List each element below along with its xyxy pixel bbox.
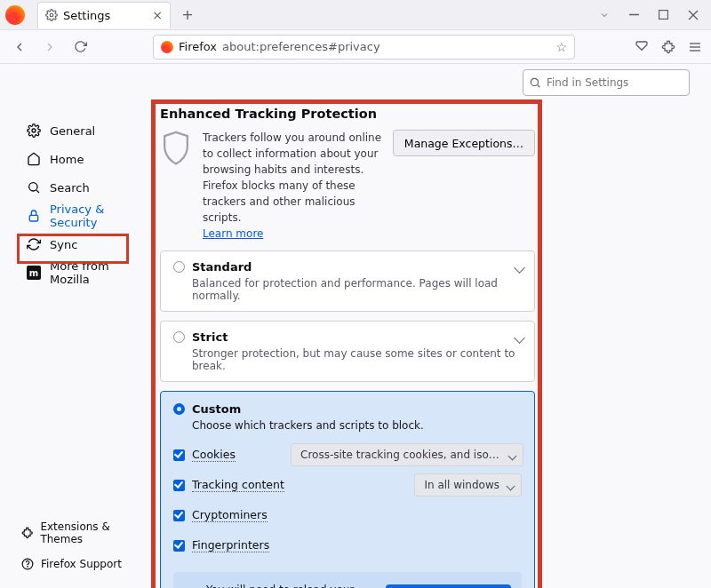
row-cryptominers: Cryptominers	[173, 508, 522, 522]
forward-button[interactable]	[39, 36, 60, 58]
firefox-logo	[5, 5, 25, 25]
manage-exceptions-button[interactable]: Manage Exceptions…	[393, 130, 535, 156]
settings-sidebar: General Home Search Privacy & Security S…	[0, 64, 160, 588]
svg-point-14	[531, 78, 538, 85]
sidebar-item-label: Sync	[50, 238, 77, 251]
label-tracking: Tracking content	[192, 478, 284, 492]
dropdown-tracking-value: In all windows	[424, 479, 499, 491]
sidebar-item-label: Home	[50, 153, 84, 166]
save-to-pocket-icon[interactable]	[635, 40, 649, 54]
svg-line-10	[36, 190, 39, 193]
checkbox-cryptominers[interactable]	[173, 510, 185, 521]
learn-more-link[interactable]: Learn more	[203, 227, 263, 240]
sidebar-item-search[interactable]: Search	[20, 174, 153, 201]
sidebar-item-general[interactable]: General	[20, 117, 153, 144]
find-in-settings-input[interactable]	[523, 69, 690, 96]
minimize-icon[interactable]	[629, 10, 639, 20]
checkbox-tracking[interactable]	[173, 480, 185, 491]
url-product: Firefox	[179, 40, 217, 53]
svg-point-9	[29, 183, 37, 191]
dropdown-cookies-value: Cross-site tracking cookies, and isolate…	[300, 449, 501, 461]
url-text: about:preferences#privacy	[222, 40, 380, 53]
checkbox-cookies[interactable]	[173, 449, 185, 461]
reload-banner: You will need to reload your tabs to app…	[173, 572, 522, 588]
radio-custom[interactable]	[173, 403, 185, 415]
dropdown-tracking[interactable]: In all windows	[414, 473, 522, 497]
option-title: Strict	[192, 330, 228, 344]
sidebar-footer-label: Extensions & Themes	[40, 520, 151, 545]
sidebar-item-label: Search	[50, 181, 90, 195]
sidebar-item-sync[interactable]: Sync	[20, 231, 153, 258]
sidebar-item-privacy[interactable]: Privacy & Security	[20, 203, 153, 229]
dropdown-cookies[interactable]: Cross-site tracking cookies, and isolate…	[291, 443, 523, 466]
svg-point-13	[28, 567, 28, 568]
sidebar-item-home[interactable]: Home	[20, 146, 153, 172]
home-icon	[27, 152, 41, 166]
bookmark-star-icon[interactable]: ☆	[555, 40, 567, 54]
gear-icon	[45, 9, 58, 21]
sidebar-support-link[interactable]: Firefox Support	[20, 554, 153, 574]
etp-description: Trackers follow you around online to col…	[203, 131, 381, 224]
sidebar-extensions-link[interactable]: Extensions & Themes	[20, 517, 153, 549]
sync-icon	[27, 237, 41, 251]
close-tab-icon[interactable]: ×	[152, 8, 163, 22]
search-icon	[529, 76, 541, 89]
option-standard[interactable]: Standard Balanced for protection and per…	[160, 250, 535, 312]
section-title: Enhanced Tracking Protection	[160, 107, 535, 121]
svg-rect-2	[659, 11, 668, 20]
row-fingerprinters: Fingerprinters	[173, 538, 522, 552]
option-desc: Stronger protection, but may cause some …	[192, 347, 522, 372]
checkbox-fingerprinters[interactable]	[173, 540, 185, 552]
sidebar-item-label: General	[50, 124, 95, 138]
gear-icon	[27, 123, 41, 138]
svg-point-8	[32, 129, 36, 132]
sidebar-footer-label: Firefox Support	[41, 558, 122, 570]
svg-point-0	[50, 13, 53, 17]
chevron-down-icon[interactable]	[599, 10, 610, 20]
tab-settings[interactable]: Settings ×	[37, 2, 171, 28]
extensions-icon[interactable]	[661, 40, 675, 54]
sidebar-item-label: Privacy & Security	[50, 203, 146, 229]
help-icon	[21, 558, 34, 570]
svg-line-15	[538, 85, 540, 88]
tab-title: Settings	[63, 9, 110, 22]
reload-button[interactable]	[69, 36, 91, 58]
firefox-icon	[161, 41, 173, 53]
lock-icon	[27, 209, 41, 223]
new-tab-button[interactable]: +	[176, 4, 199, 27]
option-title: Standard	[192, 260, 252, 274]
radio-strict[interactable]	[173, 331, 185, 343]
reload-all-tabs-button[interactable]: Reload All Tabs	[386, 584, 511, 588]
label-cryptominers: Cryptominers	[192, 508, 268, 522]
option-strict[interactable]: Strict Stronger protection, but may caus…	[160, 321, 535, 382]
sidebar-item-label: More from Mozilla	[50, 259, 146, 286]
option-title: Custom	[192, 402, 241, 416]
mozilla-icon: m	[27, 266, 41, 280]
sidebar-item-mozilla[interactable]: m More from Mozilla	[20, 259, 153, 286]
label-cookies: Cookies	[192, 448, 236, 462]
option-custom: Custom Choose which trackers and scripts…	[160, 391, 535, 588]
shield-icon	[160, 130, 192, 165]
search-icon	[27, 180, 41, 195]
back-button[interactable]	[9, 36, 30, 58]
menu-icon[interactable]	[688, 40, 702, 54]
radio-standard[interactable]	[173, 261, 185, 273]
url-bar[interactable]: Firefox about:preferences#privacy ☆	[153, 35, 575, 60]
puzzle-icon	[21, 527, 33, 539]
option-desc: Choose which trackers and scripts to blo…	[192, 419, 522, 432]
option-desc: Balanced for protection and performance.…	[192, 277, 522, 302]
close-window-icon[interactable]	[688, 10, 699, 20]
row-cookies: Cookies Cross-site tracking cookies, and…	[173, 448, 522, 462]
label-fingerprinters: Fingerprinters	[192, 538, 269, 552]
svg-rect-11	[29, 215, 37, 221]
row-tracking: Tracking content In all windows	[173, 478, 522, 492]
maximize-icon[interactable]	[659, 10, 668, 20]
reload-message: You will need to reload your tabs to app…	[206, 583, 377, 588]
